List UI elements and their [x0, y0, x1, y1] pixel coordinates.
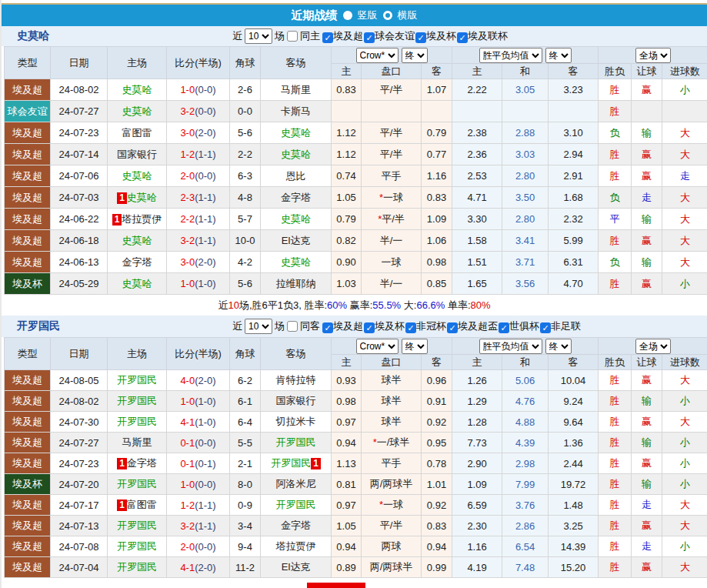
- competition-checkbox[interactable]: ✓: [364, 32, 375, 43]
- home-team-name: 国家银行: [117, 149, 157, 160]
- score-cell: 3-2(0-0): [167, 101, 230, 122]
- fulltime-score: 3-0: [180, 127, 195, 139]
- avg-home-cell: 1.26: [452, 370, 502, 391]
- odds-home-cell: 0.93: [332, 370, 362, 391]
- match-count-select[interactable]: 10: [245, 28, 272, 44]
- fulltime-score: 0-1: [180, 437, 195, 449]
- halftime-score: (0-0): [195, 541, 215, 553]
- winlose-result-cell: 胜: [599, 516, 632, 536]
- col-handicap: 盘口: [362, 64, 422, 79]
- recent-matches-table-alahly: 类型 日期 主场 比分(半场) 角球 客场 Crow*终 胜平负均值终 全场 主…: [4, 337, 707, 578]
- away-team-name: 肯特拉特: [276, 374, 316, 386]
- avg-final-select[interactable]: 终: [545, 48, 572, 63]
- avg-draw-cell: 4.88: [502, 412, 549, 433]
- odds-company-select[interactable]: Crow*: [356, 339, 399, 354]
- home-team-cell: 1塔拉贾伊: [108, 209, 167, 230]
- corner-cell: 9-4: [230, 536, 261, 557]
- home-team-name: 史莫哈: [122, 84, 152, 95]
- odds-away-cell: 0.92: [422, 495, 452, 516]
- competition-checkbox[interactable]: ✓: [322, 322, 333, 333]
- competition-checkbox[interactable]: ✓: [540, 322, 551, 333]
- match-type-cell: 埃及超: [5, 165, 51, 187]
- odds-final-select[interactable]: 终: [402, 48, 428, 63]
- competition-checkbox[interactable]: ✓: [447, 322, 458, 333]
- corner-cell: 5-7: [230, 209, 261, 230]
- match-date-cell: 24-07-13: [51, 516, 108, 536]
- home-team-name: 史莫哈: [122, 105, 152, 117]
- avg-final-select[interactable]: 终: [545, 339, 572, 354]
- avg-home-cell: 1.65: [452, 273, 502, 295]
- odds-away-cell: 1.06: [422, 230, 452, 252]
- match-row: 埃及超24-07-171富图雷1-2(1-1)0-9开罗国民0.97*一球0.9…: [5, 495, 707, 516]
- vertical-layout-radio[interactable]: [343, 11, 352, 20]
- match-row: 埃及超24-07-231金字塔0-1(0-1)2-1开罗国民11.13平手0.7…: [5, 453, 707, 474]
- avg-type-select[interactable]: 胜平负均值: [479, 339, 542, 354]
- match-count-select[interactable]: 10: [245, 319, 272, 334]
- odds-final-select[interactable]: 终: [402, 339, 428, 354]
- avg-draw-cell: 6.54: [502, 536, 549, 557]
- winlose-result-cell: 胜: [599, 391, 632, 412]
- winlose-result-cell: 负: [599, 252, 632, 273]
- competition-checkbox[interactable]: ✓: [457, 32, 468, 43]
- goals-result-cell: 走: [662, 165, 707, 187]
- home-team-name: 金字塔: [127, 457, 157, 469]
- handicap-result-cell: 赢: [632, 516, 662, 536]
- corner-cell: 10-0: [230, 230, 261, 252]
- competition-checkbox[interactable]: ✓: [405, 322, 416, 333]
- score-cell: 0-1(0-1): [167, 453, 230, 474]
- horizontal-layout-label[interactable]: 横版: [398, 8, 418, 22]
- match-type-cell: 埃及超: [5, 122, 51, 144]
- competition-checkbox[interactable]: ✓: [322, 32, 333, 43]
- odds-away-cell: 0.79: [422, 122, 452, 144]
- col-odds-away: 客: [422, 64, 452, 79]
- halftime-score: (2-0): [195, 256, 215, 268]
- handicap-result-cell: 赢: [632, 273, 662, 295]
- competition-checkbox[interactable]: ✓: [499, 322, 509, 333]
- odds-company-select[interactable]: Crow*: [356, 48, 399, 63]
- match-date-cell: 24-06-22: [51, 209, 108, 230]
- winlose-result-cell: 胜: [599, 370, 632, 391]
- col-odds-home: 主: [332, 355, 362, 370]
- goals-result-cell: [662, 101, 707, 122]
- odds-home-cell: 0.79: [332, 209, 362, 230]
- winlose-result-cell: 负: [599, 187, 632, 209]
- away-team-cell: 国家银行: [261, 391, 332, 412]
- score-cell: 3-2(1-1): [167, 230, 230, 252]
- competition-checkbox[interactable]: ✓: [415, 32, 426, 43]
- competition-checkbox[interactable]: ✓: [364, 322, 375, 333]
- corner-cell: 4-2: [230, 252, 261, 273]
- odds-group-header: Crow*终: [332, 338, 452, 355]
- vertical-layout-label[interactable]: 竖版: [358, 8, 378, 22]
- match-type-cell: 埃及超: [5, 536, 51, 557]
- goals-result-cell: 小: [662, 453, 707, 474]
- away-team-cell: 金字塔: [261, 516, 332, 536]
- competition-label: 埃及超: [333, 30, 363, 42]
- match-type-cell: 埃及超: [5, 209, 51, 230]
- scope-select[interactable]: 全场: [635, 48, 671, 63]
- avg-away-cell: 9.24: [549, 391, 599, 412]
- corner-cell: 3-4: [230, 516, 261, 536]
- home-team-cell: 开罗国民: [108, 391, 167, 412]
- goals-result-cell: 大: [662, 495, 707, 516]
- near-label: 近: [232, 319, 242, 333]
- result-group-header: 全场: [599, 338, 707, 355]
- scope-select[interactable]: 全场: [635, 339, 671, 354]
- same-venue-checkbox[interactable]: [287, 321, 298, 332]
- horizontal-layout-radio[interactable]: [383, 11, 392, 20]
- home-team-cell: 史莫哈: [108, 230, 167, 252]
- filter-bar: 近 10 场 同主 ✓埃及超✓球会友谊✓埃及杯✓埃及联杯: [232, 28, 509, 44]
- match-row: 埃及超24-08-02开罗国民1-0(1-0)6-1国家银行0.98球半0.91…: [5, 391, 707, 412]
- match-type-cell: 埃及超: [5, 370, 51, 391]
- avg-group-header: 胜平负均值终: [452, 338, 599, 355]
- same-venue-checkbox[interactable]: [287, 31, 298, 42]
- fulltime-score: 2-2: [180, 213, 195, 225]
- cutoff-red-bar: [307, 583, 365, 588]
- home-team-name: 开罗国民: [117, 520, 157, 531]
- halftime-score: (0-0): [195, 105, 215, 117]
- fulltime-score: 2-3: [180, 192, 195, 203]
- unit-label: 场: [275, 29, 285, 43]
- score-cell: 2-0(0-0): [167, 536, 230, 557]
- handicap-cell: 球半: [362, 412, 422, 433]
- score-cell: 1-2(1-1): [167, 495, 230, 516]
- avg-type-select[interactable]: 胜平负均值: [479, 48, 542, 63]
